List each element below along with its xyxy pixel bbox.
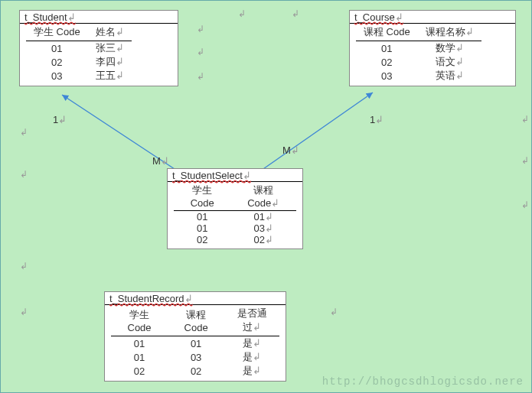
column-header: 是否通过↲ xyxy=(224,307,279,336)
table-student-record: t_StudentRecord↲ 学生 Code课程 Code是否通过↲ 010… xyxy=(104,291,286,382)
table-row: 03王五↲ xyxy=(26,69,132,83)
table-cell: 李四↲ xyxy=(88,55,132,69)
enter-mark: ↲ xyxy=(521,155,529,166)
table-row: 0101是↲ xyxy=(111,336,279,351)
table-cell: 03 xyxy=(26,69,88,83)
enter-mark: ↲ xyxy=(116,26,124,37)
table-cell: 01 xyxy=(356,41,418,56)
table-row: 01数学↲ xyxy=(356,41,481,56)
enter-mark: ↲ xyxy=(253,365,261,376)
table-student-select: t_StudentSelect↲ 学生 Code课程 Code↲ 0101↲01… xyxy=(167,168,303,249)
enter-mark: ↲ xyxy=(20,169,28,180)
relation-arrow xyxy=(261,93,373,171)
enter-mark: ↲ xyxy=(253,351,261,362)
table-header-row: 学生 Code课程 Code是否通过↲ xyxy=(111,307,279,336)
enter-mark: ↲ xyxy=(455,56,464,67)
table-row: 03英语↲ xyxy=(356,69,481,83)
enter-mark: ↲ xyxy=(455,42,464,54)
table-title-text: t_StudentSelect xyxy=(172,170,243,181)
table-cell: 02 xyxy=(174,234,231,245)
table-cell: 01 xyxy=(174,222,231,234)
table-row: 01张三↲ xyxy=(26,41,132,56)
table-student-select-data: 学生 Code课程 Code↲ 0101↲0103↲0202↲ xyxy=(174,184,296,245)
enter-mark: ↲ xyxy=(253,321,261,333)
column-header: 姓名↲ xyxy=(88,25,132,41)
table-row: 0103↲ xyxy=(174,222,296,234)
enter-mark: ↲ xyxy=(521,200,529,210)
cardinality-label-m: M↲ xyxy=(152,155,169,167)
column-header: 课程名称↲ xyxy=(418,25,481,41)
enter-mark: ↲ xyxy=(521,114,529,125)
table-cell: 语文↲ xyxy=(418,55,481,69)
enter-mark: ↲ xyxy=(116,56,124,67)
table-title-text: t_StudentRecord xyxy=(109,293,184,304)
table-title: t_Student↲ xyxy=(20,11,178,24)
table-row: 02语文↲ xyxy=(356,55,481,69)
enter-mark: ↲ xyxy=(161,155,169,167)
table-header-row: 学生 Code课程 Code↲ xyxy=(174,184,296,211)
table-cell: 02 xyxy=(111,364,168,378)
enter-mark: ↲ xyxy=(465,26,474,37)
table-cell: 是↲ xyxy=(224,364,279,378)
enter-mark: ↲ xyxy=(291,145,299,156)
table-cell: 03 xyxy=(168,350,224,364)
table-course-data: 课程 Code课程名称↲ 01数学↲02语文↲03英语↲ xyxy=(356,25,481,83)
table-cell: 03 xyxy=(356,69,418,83)
table-cell: 01 xyxy=(26,41,88,56)
enter-mark: ↲ xyxy=(238,8,246,19)
table-cell: 数学↲ xyxy=(418,41,481,56)
table-row: 0101↲ xyxy=(174,211,296,223)
table-title-text: t_Course xyxy=(354,11,395,23)
enter-mark: ↲ xyxy=(67,11,76,23)
er-diagram-canvas: t_Student↲ 学生 Code姓名↲ 01张三↲02李四↲03王五↲ t_… xyxy=(0,0,532,393)
table-cell: 01 xyxy=(174,211,231,223)
table-cell: 03↲ xyxy=(231,222,297,234)
table-cell: 01↲ xyxy=(231,211,297,223)
table-cell: 01 xyxy=(168,336,224,351)
table-cell: 英语↲ xyxy=(418,69,481,83)
watermark: http://bhogcsdhlogicsdo.nere xyxy=(322,375,524,388)
table-cell: 02↲ xyxy=(231,234,297,245)
table-title-text: t_Student xyxy=(24,11,67,23)
table-header-row: 课程 Code课程名称↲ xyxy=(356,25,481,41)
cardinality-label-1: 1↲ xyxy=(370,114,383,125)
table-cell: 是↲ xyxy=(224,336,279,351)
table-row: 0103是↲ xyxy=(111,350,279,364)
table-row: 0202↲ xyxy=(174,234,296,245)
table-title: t_Course↲ xyxy=(350,11,515,24)
column-header: 课程 Code↲ xyxy=(231,184,297,211)
column-header: 学生 Code xyxy=(174,184,231,211)
enter-mark: ↲ xyxy=(265,222,273,234)
table-course: t_Course↲ 课程 Code课程名称↲ 01数学↲02语文↲03英语↲ xyxy=(349,10,516,86)
enter-mark: ↲ xyxy=(395,11,403,23)
enter-mark: ↲ xyxy=(20,127,28,138)
enter-mark: ↲ xyxy=(455,70,464,81)
column-header: 课程 Code xyxy=(168,307,224,336)
table-row: 0202是↲ xyxy=(111,364,279,378)
table-cell: 张三↲ xyxy=(88,41,132,56)
table-cell: 01 xyxy=(111,336,168,351)
table-student-record-data: 学生 Code课程 Code是否通过↲ 0101是↲0103是↲0202是↲ xyxy=(111,307,279,378)
enter-mark: ↲ xyxy=(375,114,383,125)
table-cell: 02 xyxy=(26,55,88,69)
cardinality-label-1: 1↲ xyxy=(53,114,67,125)
table-title: t_StudentRecord↲ xyxy=(105,292,286,305)
table-cell: 02 xyxy=(168,364,224,378)
enter-mark: ↲ xyxy=(184,293,193,304)
column-header: 课程 Code xyxy=(356,25,418,41)
table-title: t_StudentSelect↲ xyxy=(168,169,302,182)
table-row: 02李四↲ xyxy=(26,55,132,69)
cardinality-label-m: M↲ xyxy=(282,145,299,156)
enter-mark: ↲ xyxy=(20,261,28,271)
table-cell: 01 xyxy=(111,350,168,364)
enter-mark: ↲ xyxy=(197,47,204,57)
enter-mark: ↲ xyxy=(243,170,251,181)
enter-mark: ↲ xyxy=(197,24,204,34)
column-header: 学生 Code xyxy=(111,307,168,336)
enter-mark: ↲ xyxy=(116,70,124,81)
table-cell: 02 xyxy=(356,55,418,69)
enter-mark: ↲ xyxy=(265,234,273,245)
enter-mark: ↲ xyxy=(330,307,338,317)
enter-mark: ↲ xyxy=(116,42,124,54)
enter-mark: ↲ xyxy=(20,307,28,317)
